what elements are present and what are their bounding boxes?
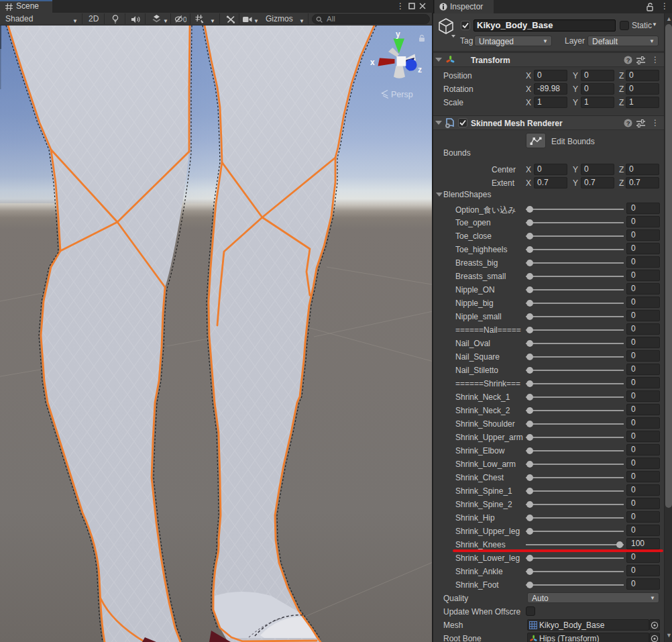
svg-text:y: y bbox=[396, 30, 400, 39]
svg-text:Persp: Persp bbox=[391, 90, 413, 99]
svg-text:x: x bbox=[370, 58, 375, 67]
svg-text:?: ? bbox=[626, 56, 630, 64]
svg-text:z: z bbox=[418, 65, 422, 74]
svg-text:?: ? bbox=[626, 119, 630, 127]
svg-text:0: 0 bbox=[183, 16, 186, 23]
